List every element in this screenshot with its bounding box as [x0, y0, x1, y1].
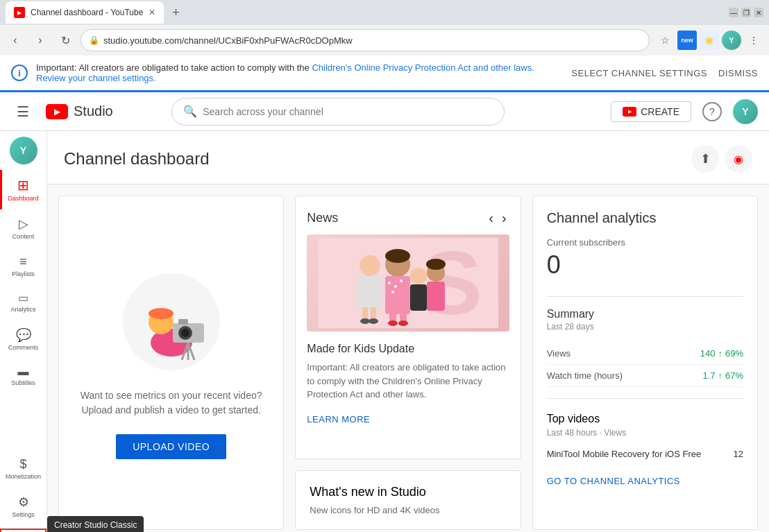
notif-actions: SELECT CHANNEL SETTINGS DISMISS: [571, 68, 758, 78]
sidebar-item-settings[interactable]: ⚙ Settings: [0, 488, 47, 526]
sidebar-item-subtitles[interactable]: ▬ Subtitles: [0, 359, 47, 394]
news-card: News ‹ › S: [295, 196, 521, 459]
more-btn[interactable]: ⋮: [744, 31, 763, 50]
address-bar-row: ‹ › ↻ 🔒 ☆ new 🌟 Y ⋮: [0, 25, 769, 55]
svg-point-3: [149, 308, 174, 319]
menu-btn[interactable]: ☰: [11, 98, 35, 126]
news-article-title: Made for Kids Update: [307, 343, 509, 355]
news-content: Made for Kids Update Important: All crea…: [296, 332, 520, 436]
live-btn[interactable]: ◉: [725, 145, 752, 173]
help-btn[interactable]: ?: [700, 99, 725, 124]
watchtime-arrow: ↑: [718, 370, 722, 381]
notification-bar: i Important: All creators are obligated …: [0, 55, 769, 92]
analytics-title: Channel analytics: [547, 210, 743, 226]
svg-rect-23: [410, 284, 427, 311]
dashboard-header: Channel dashboard ⬆ ◉: [47, 131, 769, 185]
top-videos-title: Top videos: [547, 413, 743, 425]
news-article-text: Important: All creators are obligated to…: [307, 361, 509, 402]
summary-period: Last 28 days: [547, 322, 743, 332]
settings-icon: ⚙: [18, 495, 29, 510]
watchtime-label: Watch time (hours): [547, 370, 623, 381]
sidebar-avatar[interactable]: Y: [10, 137, 37, 164]
back-btn[interactable]: ‹: [6, 31, 25, 50]
browser-actions: ☆ new 🌟 Y ⋮: [655, 31, 763, 50]
news-next-btn[interactable]: ›: [499, 207, 509, 229]
news-column: News ‹ › S: [295, 196, 521, 530]
search-input[interactable]: [203, 106, 493, 117]
sidebar-item-content[interactable]: ▷ Content: [0, 209, 47, 248]
tab-title: Channel dashboard - YouTube: [31, 8, 143, 17]
sidebar-item-playlists[interactable]: ≡ Playlists: [0, 248, 47, 285]
browser-tab[interactable]: Channel dashboard - YouTube ✕: [6, 1, 164, 24]
analytics-icon: ▭: [18, 291, 28, 304]
live-icon: ◉: [734, 153, 743, 166]
dismiss-btn[interactable]: DISMISS: [718, 68, 758, 78]
sidebar-classic-btn[interactable]: ⬚: [0, 529, 47, 532]
top-video-count: 12: [734, 449, 743, 459]
subscribers-count: 0: [547, 250, 743, 280]
top-video-name: MiniTool Mobile Recovery for iOS Free: [547, 449, 702, 459]
learn-more-link[interactable]: LEARN MORE: [307, 414, 370, 424]
studio-text: Studio: [74, 103, 113, 119]
select-channel-settings-btn[interactable]: SELECT CHANNEL SETTINGS: [571, 68, 707, 78]
news-title: News: [307, 211, 486, 225]
sidebar-label-dashboard: Dashboard: [8, 195, 38, 203]
dashboard-grid: Want to see metrics on your recent video…: [47, 185, 769, 532]
tab-close-btn[interactable]: ✕: [149, 8, 155, 17]
extension-emoji-btn[interactable]: 🌟: [700, 31, 719, 50]
sidebar-item-dashboard[interactable]: ⊞ Dashboard: [0, 170, 47, 209]
sidebar-label-content: Content: [12, 233, 35, 241]
close-btn[interactable]: ✕: [754, 8, 763, 17]
sidebar-item-analytics[interactable]: ▭ Analytics: [0, 284, 47, 320]
svg-point-21: [391, 291, 394, 293]
address-bar-wrap: 🔒: [81, 29, 650, 51]
svg-point-32: [369, 318, 378, 324]
sidebar-item-monetization[interactable]: $ Monetization: [0, 450, 47, 488]
sidebar-label-comments: Comments: [8, 344, 39, 352]
svg-point-16: [385, 249, 410, 263]
creator-classic-tooltip: Creator Studio Classic: [47, 516, 144, 532]
go-to-analytics-link[interactable]: GO TO CHANNEL ANALYTICS: [547, 476, 743, 486]
monetization-icon: $: [19, 457, 26, 472]
news-prev-btn[interactable]: ‹: [486, 207, 496, 229]
svg-point-18: [388, 282, 391, 284]
maximize-btn[interactable]: ❐: [741, 8, 751, 17]
news-header: News ‹ ›: [296, 196, 520, 234]
title-bar: Channel dashboard - YouTube ✕ + — ❐ ✕: [0, 0, 769, 25]
content-icon: ▷: [19, 216, 28, 232]
search-bar: 🔍: [171, 98, 505, 126]
svg-point-19: [394, 285, 397, 288]
upload-video-btn[interactable]: UPLOAD VIDEO: [116, 434, 226, 459]
sidebar-item-comments[interactable]: 💬 Comments: [0, 320, 47, 359]
top-video-row: MiniTool Mobile Recovery for iOS Free 12: [547, 446, 743, 462]
svg-point-34: [398, 320, 408, 326]
upload-card: Want to see metrics on your recent video…: [58, 196, 284, 530]
news-illustration: S: [318, 238, 498, 328]
logo[interactable]: Studio: [46, 103, 113, 119]
svg-point-6: [181, 329, 189, 337]
svg-rect-26: [427, 282, 445, 311]
create-video-icon: [623, 107, 636, 117]
creator-classic-label: Creator Studio Classic: [54, 520, 137, 530]
sidebar-label-subtitles: Subtitles: [11, 379, 35, 387]
views-value: 140 ↑ 69%: [700, 348, 743, 359]
address-input[interactable]: [81, 29, 650, 51]
extension-new-btn[interactable]: new: [677, 31, 697, 50]
views-metric: Views 140 ↑ 69%: [547, 343, 743, 365]
new-tab-btn[interactable]: +: [167, 3, 185, 23]
bookmark-btn[interactable]: ☆: [655, 31, 675, 50]
refresh-btn[interactable]: ↻: [56, 31, 75, 50]
svg-rect-7: [178, 319, 188, 325]
sidebar: Y ⊞ Dashboard ▷ Content ≡ Playlists ▭ An…: [0, 131, 47, 532]
svg-rect-14: [358, 276, 382, 311]
forward-btn[interactable]: ›: [31, 31, 50, 50]
upload-btn[interactable]: ⬆: [691, 145, 719, 173]
watchtime-count: 1.7: [702, 370, 715, 381]
window-controls: — ❐ ✕: [729, 8, 763, 17]
analytics-card: Channel analytics Current subscribers 0 …: [532, 196, 758, 530]
extension-avatar-btn[interactable]: Y: [722, 31, 741, 50]
user-avatar[interactable]: Y: [733, 99, 758, 124]
create-btn[interactable]: CREATE: [611, 101, 691, 122]
upload-icon: ⬆: [700, 151, 711, 166]
minimize-btn[interactable]: —: [729, 8, 738, 17]
